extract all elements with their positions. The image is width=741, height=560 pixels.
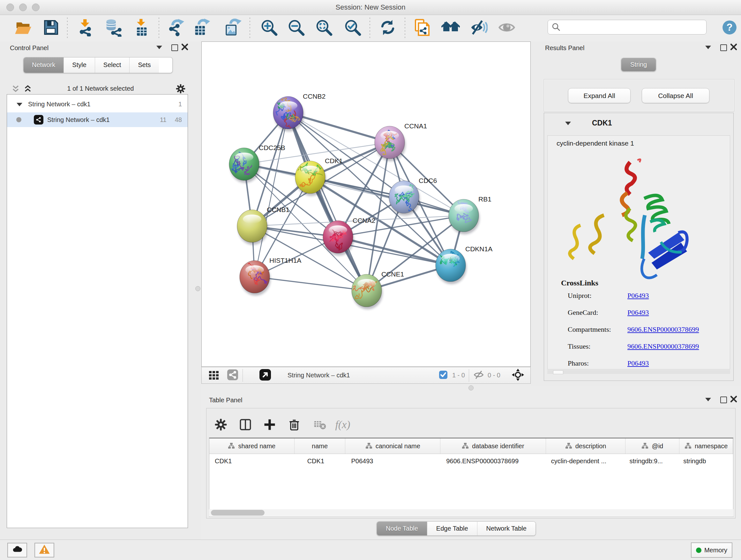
results-horizontal-scrollbar[interactable]: [547, 370, 730, 374]
table-cell[interactable]: CDK1: [209, 457, 294, 465]
zoom-selected-button[interactable]: [342, 18, 363, 38]
panel-menu-caret-icon[interactable]: [156, 46, 162, 49]
table-cell[interactable]: P06493: [346, 457, 441, 465]
memory-button[interactable]: Memory: [691, 543, 732, 558]
column-header-name[interactable]: name: [294, 438, 346, 454]
control-panel-tabs: NetworkStyleSelectSets: [23, 57, 173, 73]
column-header-shared-name[interactable]: shared name: [209, 438, 294, 454]
tab-node-table[interactable]: Node Table: [377, 522, 427, 536]
birds-eye-view-icon[interactable]: [511, 368, 525, 383]
column-header-description[interactable]: description: [546, 438, 626, 454]
network-view-share-icon[interactable]: [226, 369, 239, 382]
main-toolbar: ?: [0, 15, 741, 42]
warnings-button[interactable]: [35, 543, 54, 557]
panel-float-icon[interactable]: [720, 396, 727, 403]
tab-style[interactable]: Style: [64, 57, 95, 73]
column-header-canonical-name[interactable]: canonical name: [345, 438, 441, 454]
selected-checkbox-icon[interactable]: [438, 370, 448, 381]
left-splitter-handle[interactable]: [195, 286, 200, 291]
crosslink-link[interactable]: 9606.ENSP00000378699: [627, 325, 699, 334]
node-CCNB2[interactable]: [273, 97, 304, 132]
import-network-database-button[interactable]: [103, 18, 123, 38]
crosslink-link[interactable]: P06493: [627, 292, 649, 300]
hide-selected-button[interactable]: [468, 18, 489, 38]
search-input[interactable]: [548, 20, 706, 35]
node-RB1[interactable]: [449, 199, 480, 234]
panel-close-icon[interactable]: [730, 395, 738, 404]
cloud-status-button[interactable]: [7, 543, 27, 557]
expand-all-button[interactable]: Expand All: [568, 88, 630, 103]
node-CCNE1[interactable]: [351, 274, 383, 309]
import-network-file-button[interactable]: [75, 18, 96, 38]
apply-layout-button[interactable]: [378, 18, 398, 38]
tab-sets[interactable]: Sets: [130, 57, 159, 73]
table-cell[interactable]: stringdb:9...: [625, 457, 679, 465]
panel-float-icon[interactable]: [720, 44, 727, 51]
expand-all-icon[interactable]: [23, 84, 32, 95]
network-graph[interactable]: CCNB2CCNA1CDC25BCDK1CDC6RB1CCNB1CCNA2CDK…: [202, 42, 530, 367]
panel-close-icon[interactable]: [181, 43, 189, 52]
panel-menu-caret-icon[interactable]: [705, 398, 711, 401]
panel-close-icon[interactable]: [730, 43, 738, 52]
network-canvas[interactable]: CCNB2CCNA1CDC25BCDK1CDC6RB1CCNB1CCNA2CDK…: [201, 42, 531, 367]
show-all-button[interactable]: [496, 18, 517, 38]
crosslink-link[interactable]: 9606.ENSP00000378699: [627, 342, 699, 351]
table-cell[interactable]: cyclin-dependent ...: [546, 457, 626, 465]
node-HIST1H1A[interactable]: [240, 260, 271, 296]
crosslink-link[interactable]: P06493: [627, 359, 649, 368]
export-table-button[interactable]: [192, 18, 213, 38]
tab-network[interactable]: Network: [23, 57, 64, 73]
tab-select[interactable]: Select: [95, 57, 130, 73]
show-home-button[interactable]: [441, 18, 461, 38]
grid-view-icon[interactable]: [208, 369, 219, 382]
save-session-button[interactable]: [41, 18, 61, 38]
node-CDC25B[interactable]: [227, 148, 260, 183]
node-CCNA1[interactable]: [375, 126, 406, 161]
column-header-database-identifier[interactable]: database identifier: [441, 438, 546, 454]
table-cell[interactable]: stringdb: [679, 457, 733, 465]
open-session-button[interactable]: [13, 18, 33, 38]
node-label-CDC6: CDC6: [419, 177, 437, 184]
export-network-button[interactable]: [167, 18, 187, 38]
column-header-namespace[interactable]: namespace: [679, 438, 733, 454]
svg-text:?: ?: [726, 22, 732, 33]
panel-menu-caret-icon[interactable]: [705, 46, 711, 49]
zoom-in-button[interactable]: [259, 18, 279, 38]
add-column-button[interactable]: [260, 415, 279, 434]
hidden-eye-icon[interactable]: [473, 369, 484, 382]
export-image-button[interactable]: [223, 18, 243, 38]
edge-HIST1H1A-CCNE1[interactable]: [255, 277, 367, 291]
import-table-file-button[interactable]: [131, 18, 151, 38]
edge-CDK1-RB1[interactable]: [310, 177, 464, 215]
table-horizontal-scrollbar[interactable]: [209, 509, 733, 516]
table-cell[interactable]: CDK1: [294, 457, 346, 465]
show-columns-button[interactable]: [236, 415, 255, 434]
table-options-button[interactable]: [212, 415, 230, 434]
table-cell[interactable]: 9606.ENSP00000378699: [441, 457, 546, 465]
collapse-all-icon[interactable]: [11, 84, 20, 95]
help-button[interactable]: ?: [719, 18, 740, 38]
network-options-gear-icon[interactable]: [175, 83, 186, 96]
scrollbar-thumb[interactable]: [553, 370, 563, 374]
tab-edge-table[interactable]: Edge Table: [427, 522, 477, 536]
collapse-all-button[interactable]: Collapse All: [642, 88, 710, 103]
tree-expand-caret-icon[interactable]: [17, 101, 22, 108]
open-in-new-window-icon[interactable]: [259, 368, 272, 382]
network-tree-child-row[interactable]: String Network – cdk1 11 48: [7, 112, 188, 127]
node-CDK1[interactable]: [295, 161, 326, 196]
protein-collapse-caret-icon[interactable]: [565, 122, 571, 125]
network-from-clipboard-button[interactable]: [412, 18, 432, 38]
bottom-splitter-handle[interactable]: [468, 385, 474, 390]
crosslink-link[interactable]: P06493: [627, 308, 649, 317]
tab-string[interactable]: String: [621, 58, 656, 71]
zoom-fit-button[interactable]: [314, 18, 334, 38]
panel-float-icon[interactable]: [172, 44, 178, 51]
delete-column-button[interactable]: [285, 415, 304, 434]
scrollbar-thumb[interactable]: [211, 510, 265, 516]
column-header-@id[interactable]: @id: [625, 438, 679, 454]
table-row[interactable]: CDK1CDK1P064939606.ENSP00000378699cyclin…: [209, 454, 733, 468]
zoom-out-button[interactable]: [286, 18, 307, 38]
tab-network-table[interactable]: Network Table: [477, 522, 536, 536]
network-tree-root-row[interactable]: String Network – cdk1 1: [7, 97, 188, 111]
function-builder-button: f(x): [333, 415, 352, 434]
